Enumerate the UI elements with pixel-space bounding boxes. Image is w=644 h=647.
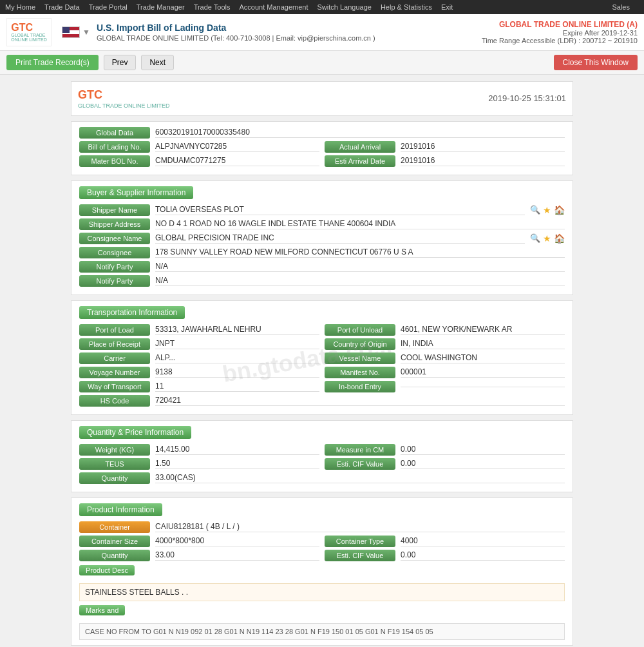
marks-area: Marks and CASE NO FROM TO G01 N N19 092 …	[79, 605, 565, 640]
voyage-number-value: 9138	[155, 367, 319, 378]
bol-label: Bill of Lading No.	[79, 141, 150, 153]
shipper-address-row: Shipper Address NO D 4 1 ROAD NO 16 WAGL…	[79, 218, 565, 230]
notify-party2-row: Notify Party N/A	[79, 275, 565, 287]
product-qty-cif-row: Quantity 33.00 Esti. CIF Value 0.00	[79, 550, 565, 561]
measure-cm-value: 0.00	[401, 445, 565, 455]
product-desc-value: STAINLESS STEEL BALLS . .	[79, 583, 565, 601]
header-middle: U.S. Import Bill of Lading Data GLOBAL T…	[97, 23, 482, 42]
mater-bol-value: CMDUAMC0771275	[155, 156, 319, 166]
consignee-row: Consignee 178 SUNNY VALLEY ROAD NEW MILF…	[79, 247, 565, 258]
consignee-house-icon[interactable]: 🏠	[554, 233, 565, 244]
in-bond-entry-col: In-bond Entry	[325, 381, 565, 392]
place-of-receipt-col: Place of Receipt JNPT	[79, 338, 319, 350]
measure-cm-col: Measure in CM 0.00	[325, 444, 565, 456]
hs-code-row: HS Code 720421	[79, 395, 565, 407]
shipper-address-label: Shipper Address	[79, 218, 150, 230]
consignee-star-icon[interactable]: ★	[543, 233, 551, 244]
next-button-top[interactable]: Next	[141, 55, 174, 70]
country-of-origin-label: Country of Origin	[325, 338, 395, 350]
nav-trade-tools[interactable]: Trade Tools	[194, 3, 231, 11]
top-navigation: My Home Trade Data Trade Portal Trade Ma…	[0, 0, 644, 14]
measure-cm-label: Measure in CM	[325, 444, 395, 456]
product-info-title: Product Information	[79, 503, 162, 516]
place-of-receipt-value: JNPT	[155, 339, 319, 349]
prev-button-top[interactable]: Prev	[104, 55, 137, 70]
esti-cif-value: 0.00	[401, 459, 565, 469]
vessel-name-label: Vessel Name	[325, 352, 395, 364]
logo: GTC GLOBAL TRADE ONLINE LIMITED	[6, 18, 52, 46]
toolbar-top: Print Trade Record(s) Prev Next Close Th…	[0, 51, 644, 75]
product-desc-title: Product Desc	[79, 565, 135, 575]
expire-date: Expire After 2019-12-31	[482, 29, 638, 37]
nav-switch-language[interactable]: Switch Language	[317, 3, 372, 11]
manifest-no-col: Manifest No. 000001	[325, 367, 565, 378]
nav-sales[interactable]: Sales	[612, 3, 630, 11]
notify-party2-value: N/A	[155, 276, 565, 286]
product-desc-area: Product Desc STAINLESS STEEL BALLS . .	[79, 565, 565, 601]
in-bond-entry-value	[401, 386, 565, 387]
voyage-manifest-row: Voyage Number 9138 Manifest No. 000001	[79, 367, 565, 378]
page-title: U.S. Import Bill of Lading Data	[97, 23, 482, 33]
product-qty-value: 33.00	[155, 550, 319, 561]
global-data-label: Global Data	[79, 127, 150, 139]
consignee-name-value: GLOBAL PRECISION TRADE INC	[155, 233, 525, 244]
print-button-top[interactable]: Print Trade Record(s)	[6, 55, 99, 70]
close-button-top[interactable]: Close This Window	[554, 55, 638, 70]
esti-arrival-col: Esti Arrival Date 20191016	[325, 155, 565, 167]
shipper-house-icon[interactable]: 🏠	[554, 205, 565, 215]
product-cif-label: Esti. CIF Value	[325, 550, 395, 561]
consignee-actions: 🔍 ★ 🏠	[530, 233, 565, 244]
way-of-transport-col: Way of Transport 11	[79, 381, 319, 392]
mater-bol-col: Mater BOL No. CMDUAMC0771275	[79, 155, 319, 167]
shipper-name-label: Shipper Name	[79, 204, 150, 216]
notify-party1-row: Notify Party N/A	[79, 261, 565, 273]
header-right: GLOBAL TRADE ONLINE LIMITED (A) Expire A…	[482, 20, 638, 44]
transportation-section: Transportation Information bn.gtodata.co…	[71, 300, 573, 415]
teus-value: 1.50	[155, 459, 319, 469]
port-of-unload-value: 4601, NEW YORK/NEWARK AR	[401, 325, 565, 335]
teus-cif-row: TEUS 1.50 Esti. CIF Value 0.00	[79, 458, 565, 470]
consignee-search-icon[interactable]: 🔍	[530, 233, 540, 244]
nav-help-statistics[interactable]: Help & Statistics	[381, 3, 432, 11]
shipper-name-value: TOLIA OVERSEAS PLOT	[155, 205, 525, 215]
hs-code-label: HS Code	[79, 395, 150, 407]
container-label: Container	[79, 521, 150, 533]
container-value: CAIU8128181 ( 4B / L / )	[155, 522, 565, 532]
global-data-row: Global Data 6003201910170000335480	[79, 127, 565, 139]
weight-label: Weight (KG)	[79, 444, 150, 456]
way-of-transport-label: Way of Transport	[79, 381, 150, 392]
bol-arrival-row: Bill of Lading No. ALPJNAVNYC07285 Actua…	[79, 141, 565, 153]
quantity-value: 33.00(CAS)	[155, 473, 565, 483]
consignee-label: Consignee	[79, 247, 150, 258]
page-header: GTC GLOBAL TRADE ONLINE LIMITED ▼ U.S. I…	[0, 14, 644, 51]
esti-arrival-label: Esti Arrival Date	[325, 155, 395, 167]
basic-info-section: Global Data 6003201910170000335480 Bill …	[71, 121, 573, 175]
quantity-price-section: Quantity & Price Information Weight (KG)…	[71, 420, 573, 492]
place-country-row: Place of Receipt JNPT Country of Origin …	[79, 338, 565, 350]
actual-arrival-label: Actual Arrival	[325, 141, 395, 153]
nav-trade-manager[interactable]: Trade Manager	[137, 3, 185, 11]
container-type-value: 4000	[401, 536, 565, 546]
nav-my-home[interactable]: My Home	[5, 3, 35, 11]
nav-trade-data[interactable]: Trade Data	[44, 3, 80, 11]
carrier-value: ALP...	[155, 353, 319, 363]
port-of-unload-label: Port of Unload	[325, 324, 395, 336]
shipper-star-icon[interactable]: ★	[543, 205, 551, 215]
bol-value: ALPJNAVNYC07285	[155, 142, 319, 152]
main-content: GTC GLOBAL TRADE ONLINE LIMITED 2019-10-…	[64, 75, 580, 647]
nav-trade-portal[interactable]: Trade Portal	[89, 3, 128, 11]
weight-measure-row: Weight (KG) 14,415.00 Measure in CM 0.00	[79, 444, 565, 456]
quantity-row: Quantity 33.00(CAS)	[79, 472, 565, 484]
nav-account-management[interactable]: Account Management	[240, 3, 308, 11]
teus-label: TEUS	[79, 458, 150, 470]
shipper-actions: 🔍 ★ 🏠	[530, 205, 565, 215]
voyage-number-col: Voyage Number 9138	[79, 367, 319, 378]
vessel-name-col: Vessel Name COOL WASHINGTON	[325, 352, 565, 364]
global-data-value: 6003201910170000335480	[155, 128, 565, 138]
container-size-label: Container Size	[79, 536, 150, 547]
shipper-search-icon[interactable]: 🔍	[530, 205, 540, 215]
nav-exit[interactable]: Exit	[441, 3, 453, 11]
container-size-type-row: Container Size 4000*800*800 Container Ty…	[79, 536, 565, 547]
voyage-number-label: Voyage Number	[79, 367, 150, 378]
carrier-label: Carrier	[79, 352, 150, 364]
